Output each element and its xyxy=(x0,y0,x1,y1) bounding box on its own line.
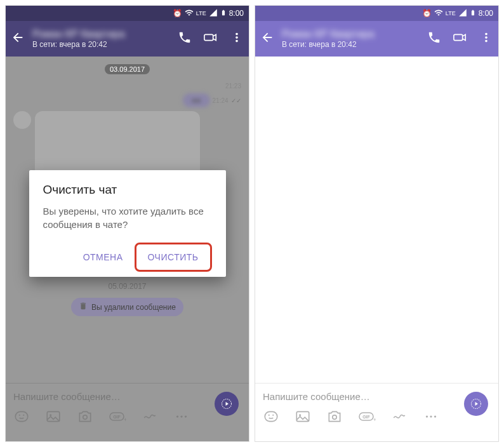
wifi-icon xyxy=(434,8,443,19)
more-icon[interactable] xyxy=(423,408,439,427)
input-bar: Напишите сообщение… GIF+ xyxy=(255,383,498,441)
highlight-annotation: ОЧИСТИТЬ xyxy=(135,243,212,272)
svg-point-22 xyxy=(426,415,428,417)
network-label: LTE xyxy=(446,10,456,17)
battery-icon xyxy=(470,8,476,19)
svg-point-14 xyxy=(269,415,270,416)
svg-point-24 xyxy=(434,415,436,417)
confirm-button[interactable]: ОЧИСТИТЬ xyxy=(140,246,206,269)
svg-rect-13 xyxy=(265,411,277,421)
online-status: В сети: вчера в 20:42 xyxy=(282,40,420,49)
back-icon[interactable] xyxy=(260,30,274,47)
svg-point-15 xyxy=(272,415,274,416)
sticker-icon[interactable] xyxy=(263,408,279,427)
chat-header: Роман КР Квартира В сети: вчера в 20:42 xyxy=(255,21,498,57)
call-icon[interactable] xyxy=(427,30,441,47)
video-icon[interactable] xyxy=(453,30,468,47)
doodle-icon[interactable] xyxy=(391,408,408,427)
clear-chat-dialog: Очистить чат Вы уверены, что хотите удал… xyxy=(29,170,226,277)
alarm-icon: ⏰ xyxy=(422,9,432,18)
dialog-overlay: Очистить чат Вы уверены, что хотите удал… xyxy=(6,6,249,441)
svg-point-18 xyxy=(333,415,337,420)
clock-time: 8:00 xyxy=(479,9,493,18)
send-button[interactable] xyxy=(464,392,488,416)
cancel-button[interactable]: ОТМЕНА xyxy=(76,243,131,272)
dialog-message: Вы уверены, что хотите удалить все сообщ… xyxy=(43,204,212,231)
dialog-title: Очистить чат xyxy=(43,183,212,197)
svg-text:+: + xyxy=(373,417,376,423)
gallery-icon[interactable] xyxy=(295,408,311,427)
camera-icon[interactable] xyxy=(326,408,343,427)
svg-text:GIF: GIF xyxy=(362,415,370,419)
phone-left: ⏰ LTE 8:00 Роман КР Квартира В сети: вче… xyxy=(5,5,249,442)
phone-right: ⏰ LTE 8:00 Роман КР Квартира В сети: вче… xyxy=(255,5,499,442)
status-bar: ⏰ LTE 8:00 xyxy=(255,6,498,21)
signal-icon xyxy=(458,8,467,19)
gif-icon[interactable]: GIF+ xyxy=(358,408,376,427)
contact-name: Роман КР Квартира xyxy=(282,29,420,40)
message-input[interactable]: Напишите сообщение… xyxy=(263,389,491,402)
svg-point-23 xyxy=(430,415,432,417)
menu-icon[interactable] xyxy=(479,30,493,47)
chat-area-empty xyxy=(255,57,498,410)
